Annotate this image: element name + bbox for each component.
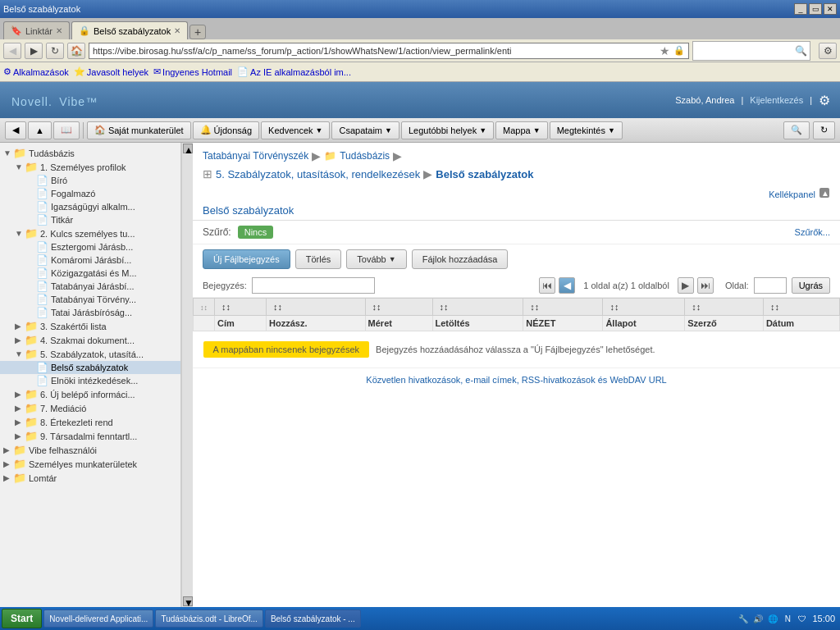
toolbar-refresh-button[interactable]: ↻	[813, 121, 835, 139]
close-button[interactable]: ✕	[824, 3, 837, 15]
sidebar-item-22[interactable]: ▶📁Vibe felhasználói	[0, 443, 180, 457]
bookmark-alkalmazasok[interactable]: ⚙ Alkalmazások	[3, 66, 69, 77]
nav-back-button[interactable]: ◀	[5, 121, 26, 139]
toolbar-new-button[interactable]: 🔔 Újdonság	[193, 121, 259, 139]
tab1-close[interactable]: ✕	[56, 26, 62, 35]
back-button[interactable]: ◀	[3, 43, 21, 59]
sidebar-item-7[interactable]: 📄Esztergomi Járásb...	[0, 240, 180, 253]
sidebar-item-0[interactable]: ▼📁Tudásbázis	[0, 146, 180, 160]
collapse-icon[interactable]: ▲	[819, 187, 830, 201]
direct-links-text[interactable]: Közvetlen hivatkozások, e-mail címek, RS…	[366, 375, 666, 385]
sidebar-item-13[interactable]: ▶📁3. Szakértői lista	[0, 319, 180, 333]
sidebar-scrollbar[interactable]: ▲ ▼	[181, 143, 193, 607]
sidebar-item-3[interactable]: 📄Fogalmazó	[0, 187, 180, 200]
add-files-button[interactable]: Fájlok hozzáadása	[412, 249, 509, 269]
sidebar-item-2[interactable]: 📄Bíró	[0, 174, 180, 187]
expand-icon[interactable]: ⊞	[203, 167, 212, 180]
nav-up-button[interactable]: ▲	[28, 121, 52, 139]
toolbar-folder-button[interactable]: Mappa ▼	[495, 121, 548, 139]
breadcrumb-tudazbazis[interactable]: Tudásbázis	[340, 150, 390, 162]
sidebar-item-11[interactable]: 📄Tatabányai Törvény...	[0, 293, 180, 306]
breadcrumb-szabalyzatok[interactable]: 5. Szabályzatok, utasítások, rendelkezés…	[216, 168, 420, 180]
col-nezet-header[interactable]: ↕↕	[523, 299, 603, 316]
new-tab-button[interactable]: +	[189, 25, 206, 39]
bejegyzes-input[interactable]	[252, 277, 375, 294]
settings-icon[interactable]: ⚙	[819, 93, 830, 108]
ugras-button[interactable]: Ugrás	[792, 277, 830, 294]
taskbar-item-2[interactable]: Tudásbázis.odt - LibreOf...	[155, 609, 262, 628]
start-button[interactable]: Start	[2, 609, 42, 628]
toolbar-view-button[interactable]: Megtekintés ▼	[550, 121, 623, 139]
toolbar-favorites-button[interactable]: Kedvencek ▼	[261, 121, 330, 139]
forward-button[interactable]: ▶	[25, 43, 43, 59]
first-page-button[interactable]: ⏮	[539, 277, 555, 294]
bookmark-ie[interactable]: 📄 Az IE alkalmazásból im...	[237, 66, 351, 77]
main-layout: ▼📁Tudásbázis▼📁1. Személyes profilok📄Bíró…	[0, 143, 840, 607]
bookmark-hotmail[interactable]: ✉ Ingyenes Hotmail	[153, 66, 232, 77]
search-input[interactable]	[693, 46, 792, 56]
more-button[interactable]: Tovább ▼	[346, 249, 406, 269]
sidebar-item-6[interactable]: ▼📁2. Kulcs személyes tu...	[0, 226, 180, 240]
col-hozzasz-header[interactable]: ↕↕	[267, 299, 366, 316]
sidebar-item-10[interactable]: 📄Tatabányai Járásbí...	[0, 280, 180, 293]
col-szerzo-header[interactable]: ↕↕	[685, 299, 764, 316]
sidebar-item-24[interactable]: ▶📁Lomtár	[0, 471, 180, 485]
restore-button[interactable]: ▭	[809, 3, 822, 15]
toolbar-search-button[interactable]: 🔍	[783, 121, 810, 139]
tab2-close[interactable]: ✕	[174, 26, 180, 35]
minimize-button[interactable]: _	[794, 3, 807, 15]
toolbar-recent-button[interactable]: Legutóbbi helyek ▼	[401, 121, 494, 139]
sidebar-item-16[interactable]: 📄Belső szabályzatok	[0, 361, 180, 374]
nav-bookmark-button[interactable]: 📖	[53, 121, 80, 139]
sidebar-item-20[interactable]: ▶📁8. Értekezleti rend	[0, 415, 180, 429]
toolbar-home-button[interactable]: 🏠 Saját munkaterület	[87, 121, 191, 139]
sidebar-item-23[interactable]: ▶📁Személyes munkaterületek	[0, 457, 180, 471]
favorite-icon[interactable]: ★	[660, 44, 670, 57]
col-datum-header[interactable]: ↕↕	[763, 299, 839, 316]
tab-linktár[interactable]: 🔖 Linktár ✕	[3, 21, 70, 39]
scroll-up-button[interactable]: ▲	[183, 144, 193, 153]
home-button[interactable]: 🏠	[67, 43, 85, 59]
direct-links-row: Közvetlen hivatkozások, e-mail címek, RS…	[193, 368, 840, 391]
kellekpanel-link[interactable]: Kellékpanel	[769, 189, 815, 199]
col-allapot-header[interactable]: ↕↕	[603, 299, 685, 316]
new-entry-button[interactable]: Új Fájlbejegyzés	[203, 249, 290, 269]
filter-link[interactable]: Szűrők...	[795, 227, 830, 237]
sidebar-item-15[interactable]: ▼📁5. Szabályzatok, utasítá...	[0, 347, 180, 361]
taskbar-item-3[interactable]: Belső szabályzatok - ...	[265, 609, 361, 628]
logout-link[interactable]: Kijelentkezés	[750, 95, 803, 105]
tools-button[interactable]: ⚙	[819, 43, 837, 59]
sidebar-item-1[interactable]: ▼📁1. Személyes profilok	[0, 160, 180, 174]
sidebar-item-21[interactable]: ▶📁9. Társadalmi fenntartl...	[0, 429, 180, 443]
sidebar-item-12[interactable]: 📄Tatai Járásbíróság...	[0, 306, 180, 319]
taskbar-item-1[interactable]: Novell-delivered Applicati...	[43, 609, 153, 628]
breadcrumb-home[interactable]: Tatabányai Törvényszék	[203, 150, 308, 162]
scroll-down-button[interactable]: ▼	[183, 596, 193, 606]
search-button[interactable]: 🔍	[792, 42, 810, 60]
next-page-button[interactable]: ▶	[678, 277, 694, 294]
tab-belso-szabalyzatok[interactable]: 🔒 Belső szabályzatok ✕	[71, 21, 188, 39]
address-text[interactable]: https://vibe.birosag.hu/ssf/a/c/p_name/s…	[93, 46, 656, 56]
current-page-title: Belső szabályzatok	[436, 168, 533, 180]
section-header: Belső szabályzatok	[193, 201, 840, 221]
sidebar-item-9[interactable]: 📄Közigazgatási és M...	[0, 267, 180, 280]
sidebar-item-19[interactable]: ▶📁7. Mediáció	[0, 401, 180, 415]
col-letoltes-header[interactable]: ↕↕	[432, 299, 523, 316]
sidebar-item-18[interactable]: ▶📁6. Új belépő informáci...	[0, 387, 180, 401]
sidebar-item-14[interactable]: ▶📁4. Szakmai dokument...	[0, 333, 180, 347]
col-cim-header[interactable]: ↕↕	[215, 299, 267, 316]
sidebar-item-5[interactable]: 📄Titkár	[0, 213, 180, 226]
sidebar-item-17[interactable]: 📄Elnöki intézkedések...	[0, 374, 180, 387]
col-meret-header[interactable]: ↕↕	[365, 299, 432, 316]
sidebar-item-8[interactable]: 📄Komáromi Járásbí...	[0, 253, 180, 267]
sidebar-item-label: Bíró	[51, 176, 67, 185]
toolbar-teams-button[interactable]: Csapataim ▼	[331, 121, 399, 139]
filter-badge[interactable]: Nincs	[238, 226, 274, 239]
last-page-button[interactable]: ⏭	[697, 277, 714, 294]
prev-page-button[interactable]: ◀	[559, 277, 575, 294]
sidebar-item-4[interactable]: 📄Igazságügyi alkalm...	[0, 200, 180, 213]
delete-button[interactable]: Törlés	[295, 249, 342, 269]
bookmark-javasolt[interactable]: ⭐ Javasolt helyek	[74, 66, 148, 77]
refresh-button[interactable]: ↻	[46, 43, 64, 59]
page-number-input[interactable]	[754, 277, 787, 294]
